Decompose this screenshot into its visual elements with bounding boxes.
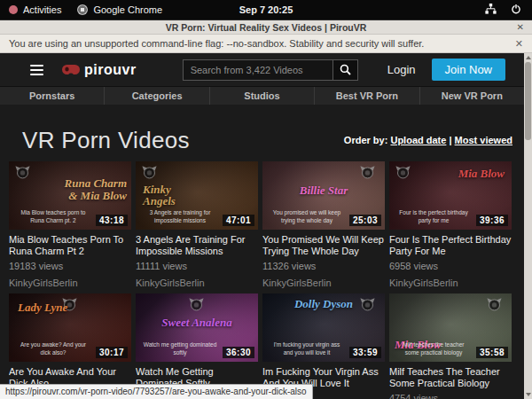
video-card: Kinky Angels 3 Angels are training for i…	[136, 161, 258, 288]
order-by-label: Order by:	[344, 135, 388, 145]
duration-badge: 33:59	[349, 347, 381, 358]
thumbnail-overlay-title: Dolly Dyson	[262, 298, 385, 310]
video-views: 11111 views	[136, 261, 258, 271]
tab-title[interactable]: VR Porn: Virtual Reality Sex Videos | Pi…	[0, 22, 532, 33]
browser-tab-bar: VR Porn: Virtual Reality Sex Videos | Pi…	[0, 20, 532, 35]
studio-link[interactable]: KinkyGirlsBerlin	[136, 278, 258, 288]
system-top-bar: Activities Google Chrome Sep 7 20:25	[0, 0, 532, 20]
site-header: pirouvr Login Join Now	[0, 53, 532, 86]
studio-link[interactable]: KinkyGirlsBerlin	[262, 278, 385, 288]
video-thumbnail[interactable]: Lady Lyne Are you awake? And your dick a…	[9, 293, 131, 362]
video-card: Billie Star You promised we will keep tr…	[262, 161, 385, 288]
video-thumbnail[interactable]: Mia Blow Milf teaches the teacher some p…	[389, 293, 512, 362]
nav-item-categories[interactable]: Categories	[104, 87, 208, 105]
video-thumbnail[interactable]: Dolly Dyson I'm fucking your virgin ass …	[262, 293, 385, 362]
search-button[interactable]	[333, 59, 358, 81]
nav-item-studios[interactable]: Studios	[209, 87, 314, 105]
nav-item-pornstars[interactable]: Pornstars	[0, 87, 104, 105]
duration-badge: 47:01	[223, 215, 254, 226]
join-now-button[interactable]: Join Now	[432, 59, 505, 81]
video-title-link[interactable]: Four Is The Perfect Birthday Party For M…	[389, 234, 512, 257]
video-title-link[interactable]: Milf Teaches The Teacher Some Practical …	[389, 366, 512, 389]
video-thumbnail[interactable]: Mia Blow Four is the perfect birthday pa…	[389, 161, 512, 230]
studio-watermark-icon	[359, 165, 376, 183]
order-separator: |	[449, 135, 451, 145]
warning-close-icon[interactable]: ✕	[515, 38, 523, 50]
search-input[interactable]	[183, 59, 333, 81]
hamburger-menu-icon[interactable]	[30, 65, 43, 75]
site-logo[interactable]: pirouvr	[61, 62, 137, 78]
nav-item-best-vr-porn[interactable]: Best VR Porn	[314, 87, 419, 105]
thumbnail-overlay-title: Runa Charm & Mia Blow	[58, 177, 127, 201]
video-grid: Runa Charm & Mia Blow Mia Blow teaches p…	[0, 161, 532, 399]
thumbnail-overlay-title: Billie Star	[262, 184, 385, 197]
studio-link[interactable]: KinkyGirlsBerlin	[9, 278, 131, 288]
thumbnail-caption: I'm fucking your virgin ass and you will…	[270, 341, 344, 357]
studio-watermark-icon	[395, 165, 411, 183]
thumbnail-caption: Mia Blow teaches porn to Runa Charm pt. …	[16, 209, 90, 225]
thumbnail-overlay-title: Mia Blow	[458, 168, 505, 180]
thumbnail-caption: Are you awake? And your dick also?	[16, 341, 90, 357]
duration-badge: 39:36	[476, 215, 508, 226]
warning-message: You are using an unsupported command-lin…	[9, 38, 424, 49]
video-thumbnail[interactable]: Runa Charm & Mia Blow Mia Blow teaches p…	[9, 161, 131, 230]
video-title-link[interactable]: 3 Angels Are Training For Impossible Mis…	[136, 234, 258, 257]
tab-close-icon[interactable]: ✕	[517, 22, 532, 32]
nav-item-new-vr-porn[interactable]: New VR Porn	[419, 87, 524, 105]
studio-watermark-icon	[486, 297, 503, 315]
video-card: Runa Charm & Mia Blow Mia Blow teaches p…	[9, 161, 131, 288]
status-url-tooltip: https://pirouvr.com/vr-porn-video/779325…	[0, 384, 313, 399]
video-thumbnail[interactable]: Billie Star You promised we will keep tr…	[262, 161, 385, 230]
scrollbar-thumb[interactable]	[525, 62, 531, 140]
power-icon[interactable]	[511, 4, 521, 16]
video-card: Mia Blow Four is the perfect birthday pa…	[389, 161, 512, 288]
video-title-link[interactable]: You Promised We Will Keep Trying The Who…	[262, 234, 385, 257]
thumbnail-caption: Watch me getting dominated softly	[143, 341, 217, 357]
video-views: 6958 views	[389, 261, 512, 271]
search-icon	[340, 64, 351, 75]
duration-badge: 35:58	[476, 347, 508, 358]
video-card: Mia Blow Milf teaches the teacher some p…	[389, 293, 512, 399]
order-by: Order by: Upload date | Most viewed	[344, 135, 512, 145]
studio-watermark-icon	[141, 165, 158, 183]
thumbnail-caption: Four is the perfect birthday party for m…	[396, 209, 471, 225]
thumbnail-caption: You promised we will keep trying the who…	[270, 209, 344, 225]
sandbox-warning-bar: You are using an unsupported command-lin…	[0, 35, 532, 53]
duration-badge: 43:18	[96, 215, 128, 226]
scroll-up-button[interactable]	[526, 56, 531, 59]
video-title-link[interactable]: Mia Blow Teaches Porn To Runa Charm Pt 2	[9, 234, 131, 257]
search-form	[183, 59, 358, 81]
thumbnail-overlay-title: Kinky Angels	[143, 184, 205, 207]
vr-goggles-icon	[61, 64, 81, 75]
thumbnail-overlay-title: Lady Lyne	[18, 301, 67, 314]
thumbnail-caption: 3 Angels are training for impossible mis…	[143, 209, 217, 225]
studio-watermark-icon	[188, 297, 205, 315]
studio-watermark-icon	[14, 165, 31, 183]
network-nodes-icon[interactable]	[485, 4, 497, 16]
main-nav: PornstarsCategoriesStudiosBest VR PornNe…	[0, 86, 524, 105]
order-upload-date-link[interactable]: Upload date	[390, 135, 446, 145]
page-title: VR Porn Videos	[22, 127, 190, 154]
duration-badge: 30:17	[96, 347, 128, 358]
thumbnail-caption: Milf teaches the teacher some practical …	[396, 341, 471, 357]
video-views: 11326 views	[262, 261, 385, 271]
scroll-down-button[interactable]	[526, 393, 531, 396]
login-link[interactable]: Login	[387, 63, 416, 76]
video-thumbnail[interactable]: Sweet Analena Watch me getting dominated…	[136, 293, 258, 362]
duration-badge: 36:30	[223, 347, 254, 358]
video-views: 19183 views	[9, 261, 131, 271]
video-views: 4754 views	[389, 393, 512, 399]
order-most-viewed-link[interactable]: Most viewed	[455, 135, 512, 145]
clock[interactable]: Sep 7 20:25	[0, 4, 532, 15]
thumbnail-overlay-title: Sweet Analena	[136, 317, 258, 329]
duration-badge: 25:03	[349, 215, 381, 226]
studio-link[interactable]: KinkyGirlsBerlin	[389, 278, 512, 288]
scrollbar[interactable]	[524, 53, 532, 399]
page-viewport: pirouvr Login Join Now PornstarsCategori…	[0, 53, 532, 399]
site-logo-text: pirouvr	[84, 62, 137, 78]
video-thumbnail[interactable]: Kinky Angels 3 Angels are training for i…	[136, 161, 258, 230]
